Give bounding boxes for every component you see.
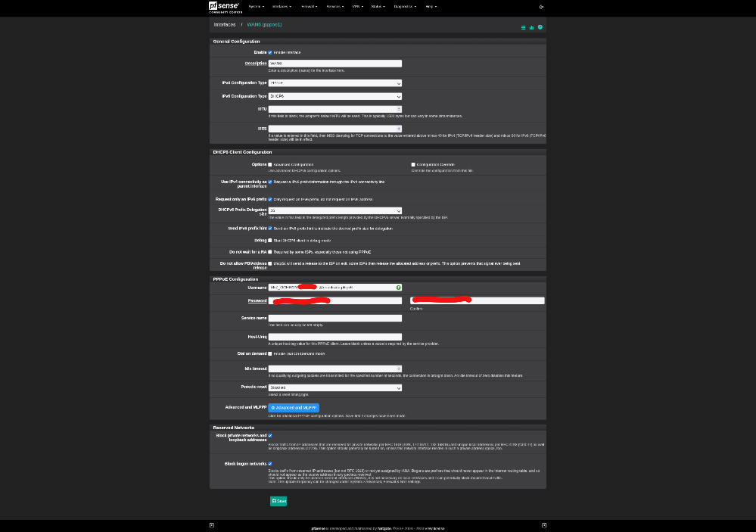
svg-text:?: ? [539,25,541,29]
